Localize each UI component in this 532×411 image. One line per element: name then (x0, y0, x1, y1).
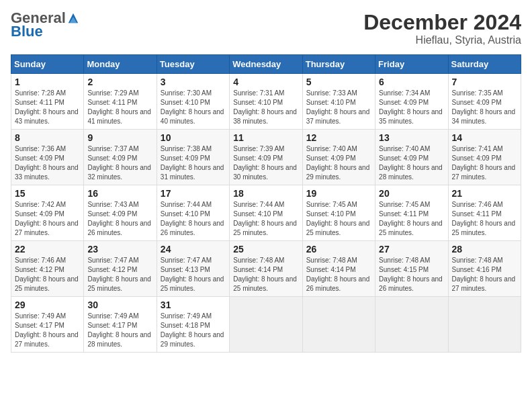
table-cell: 25 Sunrise: 7:48 AM Sunset: 4:14 PM Dayl… (230, 241, 302, 297)
table-cell (448, 297, 521, 353)
day-detail: Sunrise: 7:49 AM Sunset: 4:17 PM Dayligh… (15, 312, 80, 349)
month-year: December 2024 (363, 11, 521, 34)
table-cell: 22 Sunrise: 7:46 AM Sunset: 4:12 PM Dayl… (11, 241, 84, 297)
day-detail: Sunrise: 7:33 AM Sunset: 4:10 PM Dayligh… (306, 89, 371, 126)
table-cell: 27 Sunrise: 7:48 AM Sunset: 4:15 PM Dayl… (375, 241, 448, 297)
day-number: 15 (15, 188, 80, 199)
day-number: 1 (15, 77, 80, 87)
day-detail: Sunrise: 7:48 AM Sunset: 4:16 PM Dayligh… (452, 256, 517, 293)
table-cell: 15 Sunrise: 7:42 AM Sunset: 4:09 PM Dayl… (11, 185, 84, 241)
table-cell: 8 Sunrise: 7:36 AM Sunset: 4:09 PM Dayli… (11, 130, 84, 185)
table-cell: 13 Sunrise: 7:40 AM Sunset: 4:09 PM Dayl… (375, 130, 448, 185)
table-cell: 29 Sunrise: 7:49 AM Sunset: 4:17 PM Dayl… (11, 297, 84, 353)
table-cell: 1 Sunrise: 7:28 AM Sunset: 4:11 PM Dayli… (11, 74, 84, 130)
day-number: 16 (87, 188, 152, 199)
logo-icon (67, 12, 79, 24)
day-number: 22 (15, 244, 80, 255)
table-cell: 23 Sunrise: 7:47 AM Sunset: 4:12 PM Dayl… (84, 241, 157, 297)
table-cell: 30 Sunrise: 7:49 AM Sunset: 4:17 PM Dayl… (84, 297, 157, 353)
col-tuesday: Tuesday (157, 55, 229, 74)
day-number: 25 (233, 244, 298, 255)
day-detail: Sunrise: 7:45 AM Sunset: 4:10 PM Dayligh… (306, 200, 371, 238)
day-number: 10 (161, 132, 226, 143)
day-detail: Sunrise: 7:44 AM Sunset: 4:10 PM Dayligh… (233, 200, 298, 238)
day-number: 28 (452, 244, 517, 255)
page-header: General Blue December 2024 Hieflau, Styr… (11, 11, 521, 46)
week-row-4: 22 Sunrise: 7:46 AM Sunset: 4:12 PM Dayl… (11, 241, 521, 297)
day-number: 3 (161, 77, 226, 87)
col-monday: Monday (84, 55, 157, 74)
table-cell: 31 Sunrise: 7:49 AM Sunset: 4:18 PM Dayl… (157, 297, 229, 353)
table-cell: 20 Sunrise: 7:45 AM Sunset: 4:11 PM Dayl… (375, 185, 448, 241)
day-detail: Sunrise: 7:31 AM Sunset: 4:10 PM Dayligh… (233, 89, 298, 126)
calendar-table: Sunday Monday Tuesday Wednesday Thursday… (11, 54, 521, 353)
table-cell (230, 297, 302, 353)
table-cell: 2 Sunrise: 7:29 AM Sunset: 4:11 PM Dayli… (84, 74, 157, 130)
table-cell: 7 Sunrise: 7:35 AM Sunset: 4:09 PM Dayli… (448, 74, 521, 130)
day-number: 11 (233, 132, 298, 143)
day-number: 26 (306, 244, 371, 255)
day-number: 23 (87, 244, 152, 255)
table-cell: 16 Sunrise: 7:43 AM Sunset: 4:09 PM Dayl… (84, 185, 157, 241)
table-cell: 18 Sunrise: 7:44 AM Sunset: 4:10 PM Dayl… (230, 185, 302, 241)
day-number: 12 (306, 132, 371, 143)
table-cell (302, 297, 375, 353)
day-number: 21 (452, 188, 517, 199)
day-detail: Sunrise: 7:43 AM Sunset: 4:09 PM Dayligh… (87, 200, 152, 238)
table-cell: 24 Sunrise: 7:47 AM Sunset: 4:13 PM Dayl… (157, 241, 229, 297)
day-detail: Sunrise: 7:46 AM Sunset: 4:12 PM Dayligh… (15, 256, 80, 293)
title-block: December 2024 Hieflau, Styria, Austria (363, 11, 521, 46)
logo-blue-text: Blue (11, 23, 43, 40)
table-cell: 17 Sunrise: 7:44 AM Sunset: 4:10 PM Dayl… (157, 185, 229, 241)
day-detail: Sunrise: 7:44 AM Sunset: 4:10 PM Dayligh… (161, 200, 226, 238)
day-detail: Sunrise: 7:47 AM Sunset: 4:13 PM Dayligh… (161, 256, 226, 293)
day-number: 18 (233, 188, 298, 199)
day-detail: Sunrise: 7:45 AM Sunset: 4:11 PM Dayligh… (379, 200, 444, 238)
day-number: 19 (306, 188, 371, 199)
day-detail: Sunrise: 7:29 AM Sunset: 4:11 PM Dayligh… (87, 89, 152, 126)
table-cell: 9 Sunrise: 7:37 AM Sunset: 4:09 PM Dayli… (84, 130, 157, 185)
day-number: 8 (15, 132, 80, 143)
table-cell: 4 Sunrise: 7:31 AM Sunset: 4:10 PM Dayli… (230, 74, 302, 130)
day-number: 31 (161, 300, 226, 310)
col-sunday: Sunday (11, 55, 84, 74)
day-detail: Sunrise: 7:48 AM Sunset: 4:15 PM Dayligh… (379, 256, 444, 293)
table-cell: 14 Sunrise: 7:41 AM Sunset: 4:09 PM Dayl… (448, 130, 521, 185)
day-number: 7 (452, 77, 517, 87)
week-row-5: 29 Sunrise: 7:49 AM Sunset: 4:17 PM Dayl… (11, 297, 521, 353)
table-cell: 5 Sunrise: 7:33 AM Sunset: 4:10 PM Dayli… (302, 74, 375, 130)
day-detail: Sunrise: 7:46 AM Sunset: 4:11 PM Dayligh… (452, 200, 517, 238)
table-cell: 11 Sunrise: 7:39 AM Sunset: 4:09 PM Dayl… (230, 130, 302, 185)
col-wednesday: Wednesday (230, 55, 302, 74)
location: Hieflau, Styria, Austria (363, 34, 521, 46)
week-row-3: 15 Sunrise: 7:42 AM Sunset: 4:09 PM Dayl… (11, 185, 521, 241)
table-cell: 12 Sunrise: 7:40 AM Sunset: 4:09 PM Dayl… (302, 130, 375, 185)
col-saturday: Saturday (448, 55, 521, 74)
day-number: 9 (87, 132, 152, 143)
table-cell: 10 Sunrise: 7:38 AM Sunset: 4:09 PM Dayl… (157, 130, 229, 185)
week-row-2: 8 Sunrise: 7:36 AM Sunset: 4:09 PM Dayli… (11, 130, 521, 185)
day-number: 27 (379, 244, 444, 255)
day-number: 6 (379, 77, 444, 87)
col-thursday: Thursday (302, 55, 375, 74)
day-detail: Sunrise: 7:30 AM Sunset: 4:10 PM Dayligh… (161, 89, 226, 126)
day-detail: Sunrise: 7:48 AM Sunset: 4:14 PM Dayligh… (233, 256, 298, 293)
day-detail: Sunrise: 7:28 AM Sunset: 4:11 PM Dayligh… (15, 89, 80, 126)
table-cell: 6 Sunrise: 7:34 AM Sunset: 4:09 PM Dayli… (375, 74, 448, 130)
day-detail: Sunrise: 7:39 AM Sunset: 4:09 PM Dayligh… (233, 144, 298, 182)
day-detail: Sunrise: 7:35 AM Sunset: 4:09 PM Dayligh… (452, 89, 517, 126)
day-number: 2 (87, 77, 152, 87)
day-detail: Sunrise: 7:48 AM Sunset: 4:14 PM Dayligh… (306, 256, 371, 293)
day-detail: Sunrise: 7:47 AM Sunset: 4:12 PM Dayligh… (87, 256, 152, 293)
day-number: 4 (233, 77, 298, 87)
table-cell: 21 Sunrise: 7:46 AM Sunset: 4:11 PM Dayl… (448, 185, 521, 241)
table-cell: 26 Sunrise: 7:48 AM Sunset: 4:14 PM Dayl… (302, 241, 375, 297)
day-detail: Sunrise: 7:40 AM Sunset: 4:09 PM Dayligh… (379, 144, 444, 182)
table-cell: 28 Sunrise: 7:48 AM Sunset: 4:16 PM Dayl… (448, 241, 521, 297)
week-row-1: 1 Sunrise: 7:28 AM Sunset: 4:11 PM Dayli… (11, 74, 521, 130)
day-detail: Sunrise: 7:41 AM Sunset: 4:09 PM Dayligh… (452, 144, 517, 182)
logo: General Blue (11, 11, 79, 40)
day-detail: Sunrise: 7:34 AM Sunset: 4:09 PM Dayligh… (379, 89, 444, 126)
table-cell: 19 Sunrise: 7:45 AM Sunset: 4:10 PM Dayl… (302, 185, 375, 241)
day-detail: Sunrise: 7:49 AM Sunset: 4:17 PM Dayligh… (87, 312, 152, 349)
